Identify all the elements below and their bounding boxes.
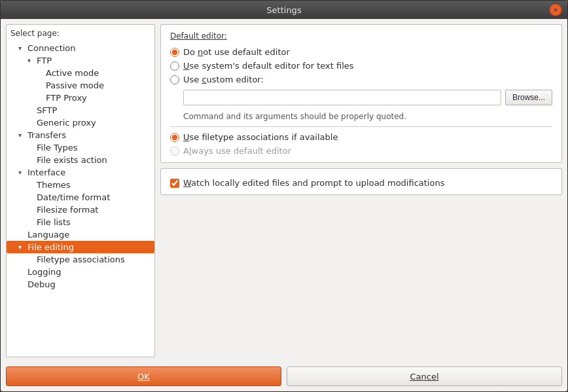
sidebar-item-interface[interactable]: Interface (7, 166, 154, 179)
sidebar-item-ftp-proxy[interactable]: FTP Proxy (7, 92, 154, 104)
arrow-icon (18, 231, 27, 238)
arrow-icon (27, 156, 37, 164)
sidebar-item-logging[interactable]: Logging (7, 266, 154, 278)
sidebar-item-language[interactable]: Language (7, 228, 154, 241)
arrow-icon (27, 181, 37, 188)
default-editor-section: Default editor: Do not use default edito… (160, 24, 562, 163)
arrow-icon (27, 57, 37, 64)
sidebar-item-active-mode[interactable]: Active mode (7, 67, 154, 79)
sidebar-item-label: FTP Proxy (46, 93, 87, 103)
arrow-icon (27, 219, 37, 226)
custom-editor-label: Use custom editor: (183, 75, 264, 84)
sidebar-item-label: FTP (37, 56, 52, 65)
system-default-radio-row: Use system's default editor for text fil… (170, 61, 552, 71)
no-default-radio[interactable] (170, 48, 179, 57)
hint-text: Command and its arguments should be prop… (183, 112, 552, 121)
sidebar-item-connection[interactable]: Connection (7, 42, 154, 54)
divider (170, 126, 552, 127)
sidebar-item-label: Debug (27, 279, 56, 289)
sidebar-item-label: File Types (37, 143, 78, 152)
sidebar-item-label: Date/time format (37, 192, 110, 202)
sidebar-item-label: Interface (27, 168, 65, 177)
filetype-assoc-radio-row: Use filetype associations if available (170, 132, 552, 142)
arrow-icon (27, 119, 37, 126)
sidebar-item-label: Transfers (27, 130, 66, 140)
sidebar-item-label: File exists action (37, 155, 107, 165)
sidebar-item-ftp[interactable]: FTP (7, 54, 154, 67)
sidebar-item-label: Connection (27, 43, 76, 53)
system-default-radio[interactable] (170, 62, 179, 71)
cancel-button[interactable]: Cancel (287, 366, 562, 386)
arrow-icon (37, 94, 46, 101)
sidebar-item-label: SFTP (37, 105, 57, 115)
always-default-label: Always use default editor (183, 146, 291, 156)
arrow-icon (18, 268, 27, 276)
sidebar: Select page: Connection FTP Active mode … (6, 24, 155, 357)
sidebar-item-label: Active mode (46, 68, 99, 78)
no-default-label: Do not use default editor (183, 47, 290, 57)
watch-files-row: Watch locally edited files and prompt to… (170, 178, 552, 188)
sidebar-item-label: Language (27, 230, 69, 240)
main-content: Select page: Connection FTP Active mode … (1, 19, 567, 363)
filetype-assoc-radio[interactable] (170, 133, 179, 142)
arrow-icon (18, 243, 27, 251)
select-page-label: Select page: (7, 27, 154, 42)
sidebar-item-file-editing[interactable]: File editing (7, 241, 154, 253)
system-default-label: Use system's default editor for text fil… (183, 61, 354, 71)
arrow-icon (18, 169, 27, 176)
sidebar-item-debug[interactable]: Debug (7, 278, 154, 291)
sidebar-item-filetype-associations[interactable]: Filetype associations (7, 253, 154, 266)
sidebar-item-transfers[interactable]: Transfers (7, 129, 154, 141)
sidebar-item-file-exists-action[interactable]: File exists action (7, 154, 154, 166)
default-editor-title: Default editor: (170, 31, 552, 41)
arrow-icon (27, 144, 37, 151)
custom-editor-input[interactable] (183, 90, 501, 105)
sidebar-item-label: File lists (37, 217, 71, 227)
sidebar-item-file-types[interactable]: File Types (7, 141, 154, 154)
arrow-icon (37, 82, 46, 89)
sidebar-item-passive-mode[interactable]: Passive mode (7, 79, 154, 92)
sidebar-item-label: Logging (27, 267, 62, 277)
sidebar-item-datetime-format[interactable]: Date/time format (7, 191, 154, 204)
sidebar-item-sftp[interactable]: SFTP (7, 104, 154, 116)
custom-editor-input-row: Browse... (183, 90, 552, 105)
arrow-icon (18, 45, 27, 52)
sidebar-item-label: Themes (37, 180, 71, 190)
custom-editor-radio-row: Use custom editor: (170, 75, 552, 84)
arrow-icon (27, 107, 37, 114)
sidebar-item-filesize-format[interactable]: Filesize format (7, 204, 154, 216)
custom-editor-radio[interactable] (170, 75, 179, 84)
watch-files-label: Watch locally edited files and prompt to… (183, 178, 444, 188)
settings-window: Settings ✕ Select page: Connection FTP A… (0, 0, 568, 392)
arrow-icon (27, 256, 37, 263)
arrow-icon (18, 132, 27, 139)
sidebar-item-file-lists[interactable]: File lists (7, 216, 154, 228)
sidebar-item-generic-proxy[interactable]: Generic proxy (7, 116, 154, 129)
always-default-radio[interactable] (170, 147, 179, 156)
right-panel: Default editor: Do not use default edito… (160, 24, 562, 357)
sidebar-item-themes[interactable]: Themes (7, 179, 154, 191)
sidebar-item-label: Passive mode (46, 80, 104, 90)
always-default-radio-row: Always use default editor (170, 146, 552, 156)
filetype-assoc-label: Use filetype associations if available (183, 132, 338, 142)
sidebar-item-label: File editing (27, 242, 74, 252)
browse-button[interactable]: Browse... (505, 90, 552, 105)
sidebar-item-label: Filetype associations (37, 255, 125, 264)
arrow-icon (18, 281, 27, 288)
no-default-radio-row: Do not use default editor (170, 47, 552, 57)
arrow-icon (27, 194, 37, 201)
ok-button[interactable]: OK (6, 366, 281, 386)
titlebar: Settings ✕ (1, 1, 567, 19)
window-title: Settings (266, 5, 301, 15)
watch-files-section: Watch locally edited files and prompt to… (160, 168, 562, 195)
watch-files-checkbox[interactable] (170, 179, 179, 188)
footer: OK Cancel (1, 363, 567, 391)
sidebar-item-label: Filesize format (37, 205, 98, 215)
close-button[interactable]: ✕ (549, 3, 562, 16)
editor-radio-group: Do not use default editor Use system's d… (170, 47, 552, 121)
arrow-icon (37, 69, 46, 77)
sidebar-item-label: Generic proxy (37, 118, 96, 128)
arrow-icon (27, 206, 37, 213)
